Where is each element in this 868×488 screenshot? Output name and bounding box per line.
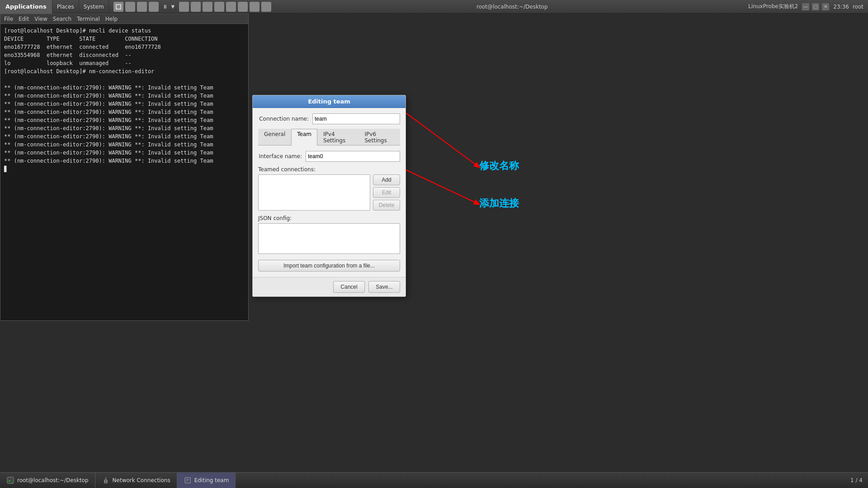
json-config-textarea[interactable]	[258, 223, 400, 254]
toolbar-icon-9[interactable]	[226, 2, 236, 12]
menu-edit[interactable]: Edit	[19, 16, 29, 22]
tab-team[interactable]: Team	[291, 129, 317, 145]
svg-line-2	[406, 170, 479, 204]
teamed-connections-section: Teamed connections: Add Edit Delete	[258, 166, 400, 211]
dialog-icon	[184, 476, 192, 484]
dialog-footer: Cancel Save...	[253, 277, 406, 296]
svg-line-1	[406, 113, 479, 167]
cancel-button[interactable]: Cancel	[333, 281, 365, 293]
svg-text:>_: >_	[8, 479, 13, 483]
editing-team-dialog: Editing team Connection name: General Te…	[252, 95, 406, 297]
taskbar-network[interactable]: Network Connections	[95, 473, 177, 488]
annotation-add-connection: 添加连接	[479, 197, 519, 210]
teamed-connections-label: Teamed connections:	[258, 166, 400, 173]
toolbar-icon-3[interactable]	[137, 2, 147, 12]
teamed-buttons: Add Edit Delete	[373, 174, 400, 211]
applications-menu[interactable]: Applications	[0, 0, 52, 14]
interface-name-row: Interface name:	[258, 151, 400, 162]
terminal-window: File Edit View Search Terminal Help [roo…	[0, 14, 249, 321]
toolbar-icon-6[interactable]	[191, 2, 201, 12]
dropdown-arrow[interactable]: ▼	[171, 4, 175, 9]
toolbar-icon-1[interactable]	[113, 2, 123, 12]
add-button[interactable]: Add	[373, 174, 400, 185]
toolbar-icon-8[interactable]	[214, 2, 224, 12]
tabs-container: General Team IPv4 Settings IPv6 Settings	[258, 129, 400, 145]
hostname-label: LinuxProbe实验机2	[748, 3, 798, 10]
taskbar-page-indicator: 1 / 4	[850, 477, 863, 483]
close-button[interactable]: ✕	[821, 3, 830, 11]
connection-name-input[interactable]	[312, 113, 400, 124]
edit-button[interactable]: Edit	[373, 187, 400, 198]
taskbar-editing-team[interactable]: Editing team	[177, 473, 236, 488]
clock: 23:36	[833, 4, 849, 10]
svg-rect-8	[185, 478, 190, 483]
toolbar-icon-2[interactable]	[125, 2, 135, 12]
terminal-icon: >_	[6, 476, 14, 484]
menu-view[interactable]: View	[34, 16, 47, 22]
toolbar-icon-11[interactable]	[250, 2, 259, 12]
user-label: root	[853, 4, 863, 10]
window-title: root@localhost:~/Desktop	[476, 4, 548, 10]
save-button[interactable]: Save...	[368, 281, 400, 293]
json-config-label: JSON config:	[258, 215, 400, 221]
tab-ipv6[interactable]: IPv6 Settings	[359, 129, 400, 145]
minimize-button[interactable]: —	[802, 3, 810, 11]
toolbar-icon-5[interactable]	[179, 2, 189, 12]
toolbar-icon-4[interactable]	[149, 2, 159, 12]
topbar: Applications Places System ⏸ ▼ root@loca…	[0, 0, 868, 14]
taskbar-network-label: Network Connections	[113, 477, 170, 483]
interface-name-label: Interface name:	[258, 153, 306, 160]
menu-terminal[interactable]: Terminal	[77, 16, 100, 22]
places-menu[interactable]: Places	[52, 0, 79, 14]
menu-search[interactable]: Search	[53, 16, 71, 22]
teamed-connections-row: Add Edit Delete	[258, 174, 400, 211]
tab-ipv4[interactable]: IPv4 Settings	[317, 129, 359, 145]
menu-help[interactable]: Help	[105, 16, 118, 22]
tab-general[interactable]: General	[258, 129, 291, 145]
taskbar: >_ root@localhost:~/Desktop Network Conn…	[0, 472, 868, 488]
terminal-menubar: File Edit View Search Terminal Help	[0, 14, 248, 24]
pause-icon[interactable]: ⏸	[162, 4, 168, 10]
toolbar-icon-12[interactable]	[261, 2, 271, 12]
taskbar-terminal[interactable]: >_ root@localhost:~/Desktop	[0, 473, 95, 488]
system-menu[interactable]: System	[79, 0, 109, 14]
toolbar-icon-7[interactable]	[203, 2, 212, 12]
network-icon	[102, 476, 110, 484]
menu-file[interactable]: File	[4, 16, 13, 22]
interface-name-input[interactable]	[306, 151, 400, 162]
connection-name-label: Connection name:	[258, 116, 312, 122]
json-config-section: JSON config:	[258, 215, 400, 255]
maximize-button[interactable]: □	[811, 3, 820, 11]
connection-name-row: Connection name:	[258, 113, 400, 124]
taskbar-editing-label: Editing team	[194, 477, 229, 483]
delete-button[interactable]: Delete	[373, 200, 400, 211]
taskbar-terminal-label: root@localhost:~/Desktop	[17, 477, 89, 483]
dialog-title: Editing team	[308, 98, 350, 105]
teamed-connections-list[interactable]	[258, 174, 370, 211]
import-button[interactable]: Import team configuration from a file...	[258, 260, 400, 272]
dialog-titlebar: Editing team	[253, 95, 406, 108]
terminal-output[interactable]: [root@localhost Desktop]# nmcli device s…	[0, 24, 248, 176]
toolbar-icon-10[interactable]	[238, 2, 248, 12]
svg-rect-0	[116, 5, 121, 9]
annotation-modify-name: 修改名称	[479, 159, 519, 173]
